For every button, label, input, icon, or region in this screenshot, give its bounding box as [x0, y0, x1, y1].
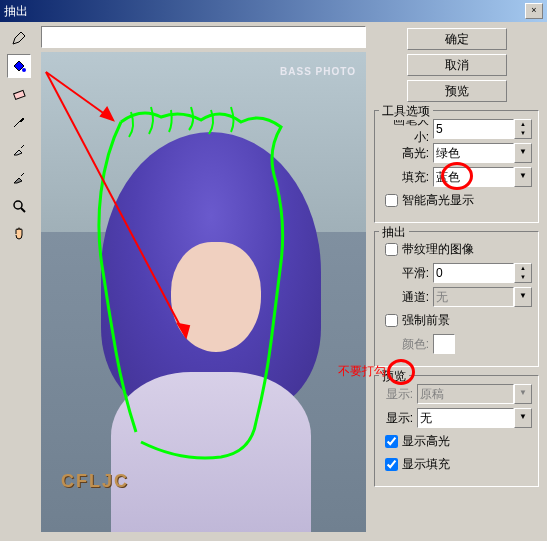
svg-line-3 — [21, 208, 25, 212]
channel-label: 通道: — [381, 289, 433, 306]
extract-section: 抽出 带纹理的图像 平滑: ▲▼ 通道: ▼ 强制前景 — [374, 231, 539, 367]
chevron-down-icon[interactable]: ▼ — [514, 384, 532, 404]
chevron-down-icon[interactable]: ▼ — [514, 143, 532, 163]
hand-tool-icon[interactable] — [7, 222, 31, 246]
pencil-tool-icon[interactable] — [7, 26, 31, 50]
preset-dropdown[interactable] — [41, 26, 366, 48]
edge-tool-icon[interactable] — [7, 166, 31, 190]
smart-highlight-label: 智能高光显示 — [402, 192, 474, 209]
force-fg-label: 强制前景 — [402, 312, 450, 329]
extract-title: 抽出 — [379, 224, 409, 241]
chevron-down-icon[interactable]: ▼ — [514, 408, 532, 428]
window-title: 抽出 — [4, 3, 28, 20]
show2-select[interactable] — [417, 408, 514, 428]
preview-canvas[interactable]: BASS PHOTO CFLJC — [41, 52, 366, 532]
brush-size-input[interactable] — [433, 119, 514, 139]
textured-label: 带纹理的图像 — [402, 241, 474, 258]
svg-marker-5 — [178, 324, 189, 337]
force-fg-checkbox[interactable] — [385, 314, 398, 327]
show-highlight-checkbox[interactable] — [385, 435, 398, 448]
chevron-down-icon[interactable]: ▼ — [514, 167, 532, 187]
highlight-label: 高光: — [381, 145, 433, 162]
preview-button[interactable]: 预览 — [407, 80, 507, 102]
show-fill-checkbox[interactable] — [385, 458, 398, 471]
smooth-label: 平滑: — [381, 265, 433, 282]
color-label: 颜色: — [381, 336, 433, 353]
svg-marker-7 — [101, 108, 113, 120]
preview-section: 预览 显示: ▼ 显示: ▼ 显示高光 显示填充 — [374, 375, 539, 487]
tool-options-title: 工具选项 — [379, 103, 433, 120]
svg-line-4 — [46, 72, 186, 337]
fill-select[interactable] — [433, 167, 514, 187]
show-highlight-label: 显示高光 — [402, 433, 450, 450]
svg-point-2 — [14, 201, 22, 209]
show-fill-label: 显示填充 — [402, 456, 450, 473]
brush-size-spinner[interactable]: ▲▼ — [514, 119, 532, 139]
zoom-tool-icon[interactable] — [7, 194, 31, 218]
svg-point-0 — [22, 68, 26, 72]
bucket-tool-icon[interactable] — [7, 54, 31, 78]
tool-options-section: 工具选项 画笔大小: ▲▼ 高光: ▼ 填充: ▼ — [374, 110, 539, 223]
svg-rect-1 — [13, 90, 24, 99]
show1-select — [417, 384, 514, 404]
toolbar — [0, 22, 37, 541]
cleanup-tool-icon[interactable] — [7, 138, 31, 162]
ok-button[interactable]: 确定 — [407, 28, 507, 50]
chevron-down-icon[interactable]: ▼ — [514, 287, 532, 307]
dropper-tool-icon[interactable] — [7, 110, 31, 134]
eraser-tool-icon[interactable] — [7, 82, 31, 106]
smart-highlight-checkbox[interactable] — [385, 194, 398, 207]
smooth-spinner[interactable]: ▲▼ — [514, 263, 532, 283]
color-swatch — [433, 334, 455, 354]
textured-checkbox[interactable] — [385, 243, 398, 256]
show1-label: 显示: — [381, 386, 417, 403]
cancel-button[interactable]: 取消 — [407, 54, 507, 76]
annotation-note: 不要打勾 — [338, 363, 386, 380]
channel-select — [433, 287, 514, 307]
fill-label: 填充: — [381, 169, 433, 186]
show2-label: 显示: — [381, 410, 417, 427]
highlight-select[interactable] — [433, 143, 514, 163]
smooth-input[interactable] — [433, 263, 514, 283]
close-icon[interactable]: × — [525, 3, 543, 19]
